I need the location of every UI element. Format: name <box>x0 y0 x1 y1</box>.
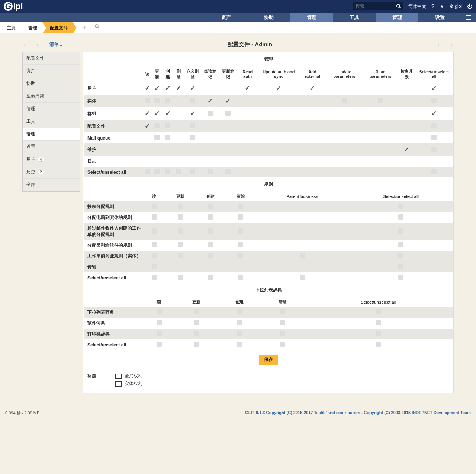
logo[interactable]: Glpi <box>4 1 23 11</box>
checkbox[interactable] <box>208 242 213 247</box>
checkbox[interactable] <box>398 275 403 280</box>
checkbox[interactable] <box>398 264 403 269</box>
checkbox[interactable] <box>190 98 195 103</box>
save-button[interactable]: 保存 <box>259 355 278 365</box>
last-page-icon[interactable]: ›| <box>451 42 454 48</box>
checkbox[interactable] <box>208 204 213 209</box>
search-icon[interactable] <box>394 2 403 10</box>
checkbox[interactable] <box>190 169 195 174</box>
nav-item-0[interactable]: 资产 <box>205 13 247 22</box>
checkbox[interactable] <box>280 331 285 336</box>
list-link[interactable]: 清单... <box>49 41 62 48</box>
checkbox[interactable] <box>157 331 162 336</box>
checkbox[interactable] <box>194 342 199 347</box>
checkbox[interactable] <box>208 111 213 116</box>
checkbox[interactable] <box>431 98 437 103</box>
next-page-icon[interactable]: › <box>438 42 440 48</box>
help-icon[interactable]: ? <box>431 3 434 9</box>
checkbox[interactable] <box>376 320 381 325</box>
checkmark-icon[interactable]: ✓ <box>154 110 160 117</box>
checkbox[interactable] <box>237 320 242 325</box>
lang-link[interactable]: 简体中文 <box>408 3 426 10</box>
sidebar-item-5[interactable]: 工具 <box>23 115 80 128</box>
checkbox[interactable] <box>165 135 170 140</box>
sidebar-item-8[interactable]: 用户4 <box>23 153 80 166</box>
checkmark-icon[interactable]: ✓ <box>165 84 171 92</box>
star-icon[interactable]: ★ <box>440 3 444 9</box>
checkmark-icon[interactable]: ✓ <box>431 84 437 92</box>
checkbox[interactable] <box>165 169 170 174</box>
checkmark-icon[interactable]: ✓ <box>154 84 160 92</box>
checkbox[interactable] <box>342 98 347 103</box>
checkbox[interactable] <box>152 275 157 280</box>
search-icon[interactable] <box>94 24 100 32</box>
nav-item-5[interactable]: 设置 <box>418 13 461 22</box>
search-input[interactable] <box>353 2 394 10</box>
checkmark-icon[interactable]: ✓ <box>208 97 213 105</box>
checkbox[interactable] <box>178 204 183 209</box>
checkbox[interactable] <box>378 98 383 103</box>
checkbox[interactable] <box>165 123 170 128</box>
checkbox[interactable] <box>225 111 231 116</box>
checkmark-icon[interactable]: ✓ <box>165 110 171 117</box>
checkbox[interactable] <box>152 214 157 220</box>
checkbox[interactable] <box>178 275 183 280</box>
checkbox[interactable] <box>178 228 183 234</box>
checkmark-icon[interactable]: ✓ <box>431 110 437 117</box>
checkbox[interactable] <box>208 214 213 220</box>
checkbox[interactable] <box>237 309 242 314</box>
checkbox[interactable] <box>398 204 403 209</box>
checkbox[interactable] <box>280 320 285 325</box>
sidebar-item-1[interactable]: 资产 <box>23 65 80 77</box>
checkbox[interactable] <box>194 309 199 314</box>
checkbox[interactable] <box>431 169 437 174</box>
sidebar-item-9[interactable]: 历史2 <box>23 166 80 179</box>
plus-icon[interactable]: ＋ <box>82 24 88 32</box>
checkbox[interactable] <box>300 275 305 280</box>
nav-item-3[interactable]: 工具 <box>333 13 376 22</box>
first-page-icon[interactable]: |‹ <box>22 42 25 48</box>
checkbox[interactable] <box>178 214 183 220</box>
checkbox[interactable] <box>157 309 162 314</box>
checkbox[interactable] <box>165 98 170 103</box>
checkbox[interactable] <box>376 331 381 336</box>
checkbox[interactable] <box>190 135 195 140</box>
checkbox[interactable] <box>225 169 231 174</box>
sidebar-item-4[interactable]: 管理 <box>23 103 80 115</box>
menu-icon[interactable]: ☰ <box>461 13 476 22</box>
checkbox[interactable] <box>157 320 162 325</box>
checkbox[interactable] <box>237 342 242 347</box>
sidebar-item-3[interactable]: 生命周期 <box>23 90 80 103</box>
checkbox[interactable] <box>145 169 150 174</box>
checkbox[interactable] <box>190 123 195 128</box>
checkmark-icon[interactable]: ✓ <box>145 84 150 92</box>
checkbox[interactable] <box>154 169 160 174</box>
checkbox[interactable] <box>376 309 381 314</box>
sidebar-item-10[interactable]: 全部 <box>23 179 80 191</box>
checkmark-icon[interactable]: ✓ <box>145 122 150 130</box>
checkmark-icon[interactable]: ✓ <box>225 97 231 105</box>
checkbox[interactable] <box>152 242 157 247</box>
checkbox[interactable] <box>194 320 199 325</box>
checkmark-icon[interactable]: ✓ <box>309 84 315 92</box>
checkbox[interactable] <box>154 123 160 128</box>
checkmark-icon[interactable]: ✓ <box>190 84 196 92</box>
checkbox[interactable] <box>154 98 160 103</box>
checkbox[interactable] <box>431 123 437 128</box>
checkbox[interactable] <box>376 342 381 347</box>
nav-item-1[interactable]: 协助 <box>247 13 290 22</box>
checkbox[interactable] <box>280 309 285 314</box>
checkbox[interactable] <box>238 242 243 247</box>
prev-page-icon[interactable]: ‹ <box>36 42 38 48</box>
checkmark-icon[interactable]: ✓ <box>190 110 196 117</box>
checkbox[interactable] <box>154 135 160 140</box>
checkmark-icon[interactable]: ✓ <box>176 84 181 92</box>
checkbox[interactable] <box>238 214 243 220</box>
checkbox[interactable] <box>152 253 157 258</box>
footer-right[interactable]: GLPI 9.1.3 Copyright (C) 2015-2017 Tecli… <box>245 410 471 416</box>
sidebar-item-0[interactable]: 配置文件 <box>23 52 80 65</box>
user-link[interactable]: ⚙ glpi <box>450 4 462 9</box>
checkbox[interactable] <box>238 204 243 209</box>
checkbox[interactable] <box>208 253 213 258</box>
checkbox[interactable] <box>431 135 437 140</box>
